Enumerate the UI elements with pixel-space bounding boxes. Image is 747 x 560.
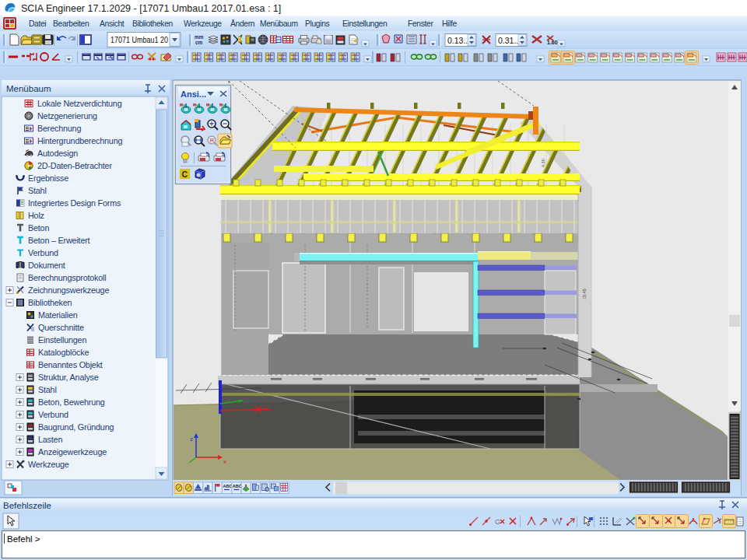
svg-text:ABC: ABC <box>233 484 242 488</box>
svg-text:Befehlszeile: Befehlszeile <box>3 501 51 510</box>
svg-text:Ändern: Ändern <box>230 19 255 28</box>
svg-text:Lokale Netzverdichtung: Lokale Netzverdichtung <box>37 99 122 108</box>
svg-text:SCIA Engineer 17.1.2029 - [170: SCIA Engineer 17.1.2029 - [17071 Umbau1 … <box>21 3 281 14</box>
svg-text:ABC: ABC <box>223 484 233 488</box>
svg-text:Querschnitte: Querschnitte <box>38 323 84 332</box>
svg-text:R: R <box>210 137 215 144</box>
svg-text:Plugins: Plugins <box>305 19 330 28</box>
svg-text:Stahl: Stahl <box>38 385 57 394</box>
svg-text:17071 Umbau1 20: 17071 Umbau1 20 <box>110 35 168 44</box>
svg-text:Holz: Holz <box>28 211 44 220</box>
svg-text:Netzgenerierung: Netzgenerierung <box>37 111 97 121</box>
svg-text:Beton, Bewehrung: Beton, Bewehrung <box>38 397 105 407</box>
svg-text:Zeichnungswerkzeuge: Zeichnungswerkzeuge <box>28 285 109 295</box>
svg-text:0.13...: 0.13... <box>447 36 470 45</box>
svg-text:Berechnungsprotokoll: Berechnungsprotokoll <box>28 273 106 282</box>
svg-text:Baugrund, Gründung: Baugrund, Gründung <box>38 422 114 432</box>
svg-text:Stahl: Stahl <box>28 186 47 195</box>
svg-text:cm: cm <box>195 40 203 45</box>
svg-text:Verbund: Verbund <box>28 248 58 257</box>
svg-text:Berechnung: Berechnung <box>37 124 81 133</box>
svg-text:G: G <box>495 518 500 526</box>
svg-text:Dokument: Dokument <box>28 261 65 270</box>
svg-text:2D-Daten-Betrachter: 2D-Daten-Betrachter <box>37 161 112 170</box>
svg-text:Werkzeuge: Werkzeuge <box>184 19 222 28</box>
svg-text:Anzeigewerkzeuge: Anzeigewerkzeuge <box>38 447 107 457</box>
svg-text:Fenster: Fenster <box>408 19 433 28</box>
svg-text:Datei: Datei <box>29 19 46 28</box>
svg-text:Ansicht: Ansicht <box>100 19 124 28</box>
svg-text:Materialien: Materialien <box>38 310 78 320</box>
svg-text:Beton: Beton <box>28 223 49 233</box>
svg-text:0.31...: 0.31... <box>498 36 521 45</box>
svg-text:Einstellungen: Einstellungen <box>342 19 388 28</box>
svg-text:z: z <box>190 436 193 443</box>
svg-text:Struktur, Analyse: Struktur, Analyse <box>38 373 99 382</box>
svg-text:Katalogblöcke: Katalogblöcke <box>38 348 89 357</box>
svg-text:Werkzeuge: Werkzeuge <box>28 460 69 469</box>
svg-text:Bibliotheken: Bibliotheken <box>132 19 174 28</box>
svg-text:Ergebnisse: Ergebnisse <box>28 173 68 183</box>
svg-text:Integriertes Design Forms: Integriertes Design Forms <box>28 198 121 208</box>
svg-text:x: x <box>223 458 226 465</box>
svg-text:15.45: 15.45 <box>582 289 587 299</box>
svg-text:Bearbeiten: Bearbeiten <box>53 19 89 28</box>
svg-text:Lasten: Lasten <box>38 435 62 444</box>
svg-text:Befehl >: Befehl > <box>7 534 40 544</box>
svg-text:Beton – Erweitert: Beton – Erweitert <box>28 236 90 245</box>
svg-text:Ansi...: Ansi... <box>181 89 206 99</box>
svg-text:Menübaum: Menübaum <box>260 19 298 28</box>
svg-text:Menübaum: Menübaum <box>6 84 51 93</box>
svg-text:4.30: 4.30 <box>541 159 545 167</box>
svg-text:Bibliotheken: Bibliotheken <box>28 298 72 307</box>
svg-text:Hilfe: Hilfe <box>442 19 457 28</box>
svg-text:Benanntes Objekt: Benanntes Objekt <box>38 360 103 369</box>
svg-text:Einstellungen: Einstellungen <box>38 335 86 345</box>
svg-text:mm: mm <box>195 34 204 40</box>
svg-text:C: C <box>182 170 188 179</box>
svg-text:Autodesign: Autodesign <box>37 149 78 158</box>
svg-text:Verbund: Verbund <box>38 410 68 419</box>
svg-text:Hintergrundberechnung: Hintergrundberechnung <box>37 136 122 145</box>
